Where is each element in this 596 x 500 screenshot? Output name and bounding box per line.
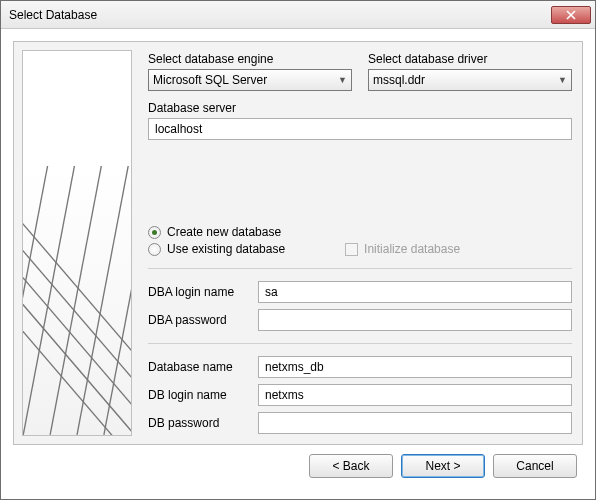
engine-label: Select database engine — [148, 52, 352, 66]
db-login-label: DB login name — [148, 388, 248, 402]
chevron-down-icon: ▼ — [338, 75, 347, 85]
wizard-banner — [22, 50, 132, 436]
engine-select[interactable]: Microsoft SQL Server ▼ — [148, 69, 352, 91]
dba-login-label: DBA login name — [148, 285, 248, 299]
db-login-input[interactable]: netxms — [258, 384, 572, 406]
window-title: Select Database — [9, 8, 551, 22]
grid-graphic-icon — [23, 166, 131, 435]
server-label: Database server — [148, 101, 572, 115]
dba-password-label: DBA password — [148, 313, 248, 327]
radio-use-existing[interactable]: Use existing database — [148, 242, 285, 256]
dba-login-value: sa — [265, 285, 278, 299]
server-input[interactable]: localhost — [148, 118, 572, 140]
init-db-label: Initialize database — [364, 242, 460, 256]
db-name-input[interactable]: netxms_db — [258, 356, 572, 378]
separator — [148, 268, 572, 269]
back-button[interactable]: < Back — [309, 454, 393, 478]
radio-create-new[interactable]: Create new database — [148, 225, 281, 239]
close-button[interactable] — [551, 6, 591, 24]
checkbox-icon — [345, 243, 358, 256]
db-password-input[interactable] — [258, 412, 572, 434]
dba-login-input[interactable]: sa — [258, 281, 572, 303]
separator — [148, 343, 572, 344]
close-icon — [566, 10, 576, 20]
engine-select-value: Microsoft SQL Server — [153, 73, 267, 87]
server-value: localhost — [155, 122, 202, 136]
db-password-label: DB password — [148, 416, 248, 430]
driver-label: Select database driver — [368, 52, 572, 66]
cancel-button[interactable]: Cancel — [493, 454, 577, 478]
next-button[interactable]: Next > — [401, 454, 485, 478]
main-panel: Select database engine Microsoft SQL Ser… — [13, 41, 583, 445]
driver-select-value: mssql.ddr — [373, 73, 425, 87]
form: Select database engine Microsoft SQL Ser… — [146, 50, 574, 436]
radio-icon — [148, 226, 161, 239]
db-name-label: Database name — [148, 360, 248, 374]
titlebar: Select Database — [1, 1, 595, 29]
dba-password-input[interactable] — [258, 309, 572, 331]
init-db-checkbox: Initialize database — [345, 242, 460, 256]
radio-create-new-label: Create new database — [167, 225, 281, 239]
db-name-value: netxms_db — [265, 360, 324, 374]
content-area: Select database engine Microsoft SQL Ser… — [1, 29, 595, 499]
dialog-window: Select Database Select — [0, 0, 596, 500]
db-login-value: netxms — [265, 388, 304, 402]
chevron-down-icon: ▼ — [558, 75, 567, 85]
radio-icon — [148, 243, 161, 256]
radio-use-existing-label: Use existing database — [167, 242, 285, 256]
driver-select[interactable]: mssql.ddr ▼ — [368, 69, 572, 91]
button-row: < Back Next > Cancel — [13, 445, 583, 487]
